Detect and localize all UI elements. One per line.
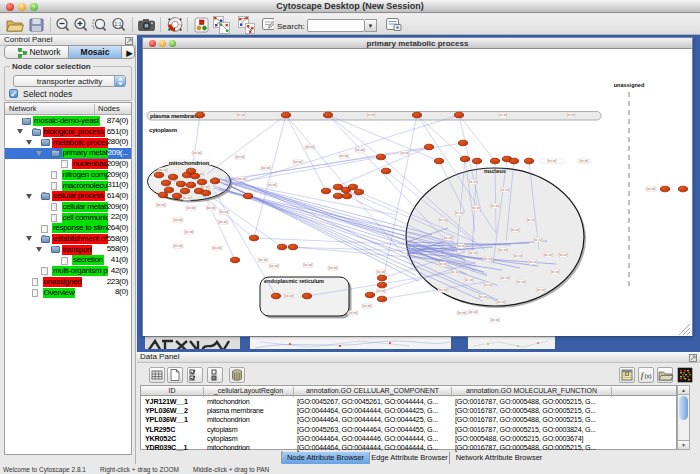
svg-text:[xx xx]: [xx xx] <box>469 251 478 255</box>
svg-text:[xx xx]: [xx xx] <box>484 257 493 261</box>
svg-text:[xx xx]: [xx xx] <box>469 310 478 314</box>
svg-text:[xx xx]: [xx xx] <box>206 206 215 210</box>
svg-text:[xx xx]: [xx xx] <box>439 218 448 222</box>
svg-text:[xx xx]: [xx xx] <box>261 166 270 170</box>
svg-text:[xx xx]: [xx xx] <box>472 206 481 210</box>
svg-text:[xx xx]: [xx xx] <box>376 270 385 274</box>
svg-text:[xx xx]: [xx xx] <box>159 168 168 172</box>
svg-text:[xx xx]: [xx xx] <box>235 155 244 159</box>
svg-text:[xx xx]: [xx xx] <box>439 288 448 292</box>
svg-text:[xx xx]: [xx xx] <box>451 270 460 274</box>
svg-text:[xx xx]: [xx xx] <box>537 288 546 292</box>
svg-text:[xx xx]: [xx xx] <box>303 263 312 267</box>
svg-text:[xx xx]: [xx xx] <box>498 113 507 117</box>
svg-text:[xx xx]: [xx xx] <box>173 218 182 222</box>
svg-text:[xx xx]: [xx xx] <box>237 177 246 181</box>
svg-text:[xx xx]: [xx xx] <box>173 244 182 248</box>
svg-text:[xx xx]: [xx xx] <box>511 228 520 232</box>
svg-text:[xx xx]: [xx xx] <box>566 113 575 117</box>
svg-text:[xx xx]: [xx xx] <box>479 295 488 299</box>
svg-text:[xx xx]: [xx xx] <box>646 187 655 191</box>
svg-text:unassigned: unassigned <box>614 82 645 88</box>
svg-text:[xx xx]: [xx xx] <box>457 244 466 248</box>
svg-text:[xx xx]: [xx xx] <box>362 304 371 308</box>
svg-text:[xx xx]: [xx xx] <box>465 278 474 282</box>
svg-text:cytoplasm: cytoplasm <box>149 127 177 133</box>
svg-text:[xx xx]: [xx xx] <box>218 220 227 224</box>
svg-text:[xx xx]: [xx xx] <box>192 151 201 155</box>
svg-text:[xx xx]: [xx xx] <box>219 210 228 214</box>
svg-text:[xx xx]: [xx xx] <box>527 218 536 222</box>
svg-text:[xx xx]: [xx xx] <box>184 230 193 234</box>
svg-text:[xx xx]: [xx xx] <box>366 113 375 117</box>
svg-text:[xx xx]: [xx xx] <box>501 276 510 280</box>
svg-text:[xx xx]: [xx xx] <box>499 248 508 252</box>
svg-text:[xx xx]: [xx xx] <box>559 253 568 257</box>
svg-text:plasma membrane: plasma membrane <box>150 113 201 119</box>
svg-text:[xx xx]: [xx xx] <box>339 154 348 158</box>
svg-text:[xx xx]: [xx xx] <box>551 270 560 274</box>
svg-text:[xx xx]: [xx xx] <box>484 283 493 287</box>
svg-text:mitochondrion: mitochondrion <box>169 160 210 166</box>
svg-text:[xx xx]: [xx xx] <box>186 206 195 210</box>
svg-text:[xx xx]: [xx xx] <box>517 280 526 284</box>
svg-text:[xx xx]: [xx xx] <box>544 253 553 257</box>
svg-text:[xx xx]: [xx xx] <box>376 289 385 293</box>
svg-text:[xx xx]: [xx xx] <box>284 294 293 298</box>
svg-text:[xx xx]: [xx xx] <box>258 258 267 262</box>
svg-text:[xx xx]: [xx xx] <box>439 262 448 266</box>
svg-text:[xx xx]: [xx xx] <box>501 188 510 192</box>
svg-text:[xx xx]: [xx xx] <box>579 159 588 163</box>
svg-text:[xx xx]: [xx xx] <box>328 266 337 270</box>
svg-text:[xx xx]: [xx xx] <box>457 311 466 315</box>
svg-text:[xx xx]: [xx xx] <box>236 113 245 117</box>
svg-text:(x): (x) <box>645 373 652 379</box>
svg-text:[xx xx]: [xx xx] <box>491 204 500 208</box>
svg-text:[xx xx]: [xx xx] <box>529 260 538 264</box>
svg-text:[xx xx]: [xx xx] <box>305 145 314 149</box>
svg-text:[xx xx]: [xx xx] <box>534 238 543 242</box>
svg-text:[xx xx]: [xx xx] <box>156 203 165 207</box>
svg-text:[xx xx]: [xx xx] <box>547 159 556 163</box>
svg-text:[xx xx]: [xx xx] <box>267 183 276 187</box>
svg-text:[xx xx]: [xx xx] <box>355 148 364 152</box>
svg-text:[xx xx]: [xx xx] <box>183 196 192 200</box>
svg-text:endoplasmic reticulum: endoplasmic reticulum <box>264 278 324 284</box>
svg-text:[xx xx]: [xx xx] <box>269 264 278 268</box>
svg-text:[xx xx]: [xx xx] <box>469 180 478 184</box>
svg-text:[xx xx]: [xx xx] <box>497 300 506 304</box>
svg-text:[xx xx]: [xx xx] <box>514 254 523 258</box>
svg-text:[xx xx]: [xx xx] <box>444 236 453 240</box>
svg-text:[xx xx]: [xx xx] <box>491 318 500 322</box>
svg-text:[xx xx]: [xx xx] <box>293 160 302 164</box>
svg-text:[xx xx]: [xx xx] <box>455 211 464 215</box>
svg-text:[xx xx]: [xx xx] <box>212 246 221 250</box>
svg-text:1:1: 1:1 <box>115 21 122 27</box>
svg-text:[xx xx]: [xx xx] <box>400 151 409 155</box>
svg-text:[xx xx]: [xx xx] <box>348 311 357 315</box>
